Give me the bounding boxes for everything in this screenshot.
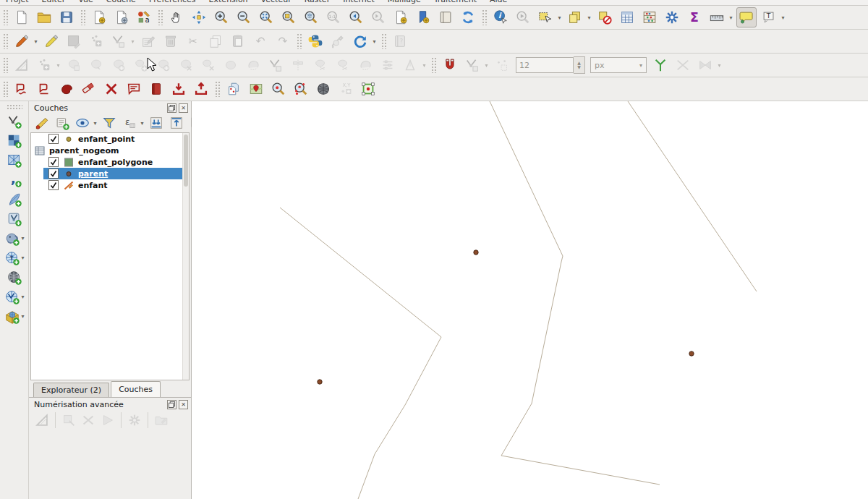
close-panel-icon[interactable]: ✕ [179, 400, 188, 409]
menu-projet[interactable]: Projet [6, 0, 29, 4]
zoom-to-point-button[interactable] [268, 79, 289, 99]
float-panel-icon[interactable] [167, 400, 176, 409]
snapping-tolerance-input[interactable] [516, 57, 574, 73]
new-bookmark-button[interactable] [413, 7, 433, 27]
zoom-to-layer-button[interactable] [301, 7, 321, 27]
menu-raster[interactable]: Raster [305, 0, 330, 4]
new-print-layout-button[interactable] [89, 7, 109, 27]
layer-name[interactable]: enfant_point [78, 135, 135, 144]
layer-name[interactable]: parent [78, 169, 108, 179]
open-attribute-table-button[interactable] [617, 7, 637, 27]
menu-couche[interactable]: Couche [106, 0, 136, 4]
menu-vecteur[interactable]: Vecteur [261, 0, 292, 4]
measure-dropdown-icon[interactable]: ▾ [728, 8, 734, 27]
pan-to-selection-button[interactable] [189, 7, 209, 27]
layer-name[interactable]: parent_nogeom [49, 146, 119, 155]
enable-snapping-button[interactable] [440, 55, 460, 75]
layer-name[interactable]: enfant_polygone [78, 158, 153, 167]
layout-manager-button[interactable] [111, 7, 132, 27]
add-mesh-layer-button[interactable] [5, 150, 24, 171]
python-console-button[interactable] [305, 31, 326, 51]
show-statistics-button[interactable]: Σ [684, 7, 705, 27]
plugin-import-button[interactable] [169, 79, 189, 99]
enable-tracing-button[interactable] [650, 55, 671, 75]
save-project-button[interactable] [56, 7, 77, 27]
layer-row-parent[interactable]: parent [31, 168, 189, 179]
plugin-reloader-button[interactable] [350, 31, 370, 51]
layer-visibility-checkbox[interactable] [48, 157, 59, 167]
snapping-unit-combo[interactable]: px▾ [590, 57, 647, 73]
zoom-full-button[interactable] [256, 7, 276, 27]
zoom-in-button[interactable] [211, 7, 231, 27]
vertex-tool-dropdown-icon[interactable]: ▾ [129, 32, 136, 51]
add-wms-layer-button[interactable]: T [3, 248, 22, 268]
toggle-editing-button[interactable] [41, 31, 61, 51]
open-layer-styling-button[interactable] [33, 114, 51, 132]
plugin-reloader-dropdown-icon[interactable]: ▾ [371, 32, 378, 51]
layer-name[interactable]: enfant [78, 181, 108, 190]
add-virtual-layer-button[interactable] [5, 209, 24, 229]
menu-internet[interactable]: Internet [343, 0, 375, 4]
add-arcgis-layer-button[interactable] [3, 307, 22, 327]
add-spatialite-layer-button[interactable] [5, 189, 24, 210]
add-group-button[interactable] [53, 114, 72, 132]
filter-by-expression-button[interactable]: ε [120, 114, 139, 132]
filter-by-expression-dropdown-icon[interactable]: ▾ [139, 114, 145, 132]
plugin-paint-button[interactable] [56, 79, 77, 99]
layer-row-parent_nogeom[interactable]: parent_nogeom [31, 145, 189, 156]
manage-map-themes-dropdown-icon[interactable]: ▾ [92, 114, 98, 132]
layer-row-enfant_polygone[interactable]: enfant_polygone [31, 156, 189, 168]
add-raster-layer-button[interactable] [5, 131, 24, 151]
current-edits-button[interactable] [12, 31, 32, 51]
select-by-form-button[interactable] [565, 7, 585, 27]
zoom-last-button[interactable] [346, 7, 366, 27]
zoom-out-button[interactable] [234, 7, 254, 27]
current-edits-dropdown-icon[interactable]: ▾ [33, 32, 39, 51]
close-panel-icon[interactable]: ✕ [179, 103, 188, 113]
locate-on-map-button[interactable] [246, 79, 266, 99]
pan-map-button[interactable] [166, 7, 187, 27]
plugin-label-panel-button[interactable] [124, 79, 144, 99]
identify-features-button[interactable]: i [490, 7, 511, 27]
zoom-to-points-button[interactable] [291, 79, 311, 99]
extent-tool-button[interactable] [358, 79, 378, 99]
layer-visibility-checkbox[interactable] [48, 169, 59, 179]
layer-row-enfant[interactable]: enfant [31, 179, 189, 191]
show-bookmarks-button[interactable] [435, 7, 456, 27]
trim-extend-dropdown-icon[interactable]: ▾ [421, 56, 427, 74]
plugin-export-button[interactable] [191, 79, 211, 99]
map-canvas[interactable] [192, 101, 868, 499]
menu-diter[interactable]: Éditer [42, 0, 66, 4]
new-map-view-button[interactable] [391, 7, 411, 27]
layer-visibility-checkbox[interactable] [48, 180, 59, 190]
style-manager-button[interactable]: a [134, 7, 154, 27]
float-panel-icon[interactable] [167, 103, 176, 113]
plugin-label-pin-button[interactable] [12, 79, 32, 99]
add-delimited-text-layer-button[interactable]: , [5, 170, 24, 190]
expand-all-button[interactable] [147, 114, 166, 132]
measure-button[interactable] [707, 7, 727, 27]
plugin-eraser-button[interactable] [79, 79, 99, 99]
move-feature-dropdown-icon[interactable]: ▾ [55, 56, 61, 74]
collapse-all-button[interactable] [167, 114, 186, 132]
snapping-mode-dropdown-icon[interactable]: ▾ [483, 56, 490, 74]
manage-map-themes-button[interactable] [73, 114, 92, 132]
menu-aide[interactable]: Aide [490, 0, 507, 4]
text-annotation-dropdown-icon[interactable]: ▾ [780, 8, 786, 27]
select-by-form-dropdown-icon[interactable]: ▾ [586, 8, 592, 27]
tab-explorateur-2-[interactable]: Explorateur (2) [33, 383, 109, 397]
select-features-button[interactable] [535, 7, 556, 27]
plugin-label-button[interactable] [34, 79, 54, 99]
add-vector-layer-button[interactable] [5, 111, 24, 132]
text-annotation-button[interactable]: T [759, 7, 779, 27]
menu-maillage[interactable]: Maillage [388, 0, 421, 4]
map-tips-button[interactable] [736, 7, 757, 27]
copy-geometry-button[interactable] [224, 79, 244, 99]
add-wfs-layer-button[interactable] [3, 287, 22, 307]
layer-row-enfant_point[interactable]: enfant_point [31, 133, 189, 145]
globe-service-button[interactable] [313, 79, 333, 99]
new-project-button[interactable] [12, 7, 32, 27]
statistical-summary-button[interactable] [639, 7, 660, 27]
deselect-all-button[interactable] [595, 7, 615, 27]
menu-prfrences[interactable]: Préférences [149, 0, 196, 4]
